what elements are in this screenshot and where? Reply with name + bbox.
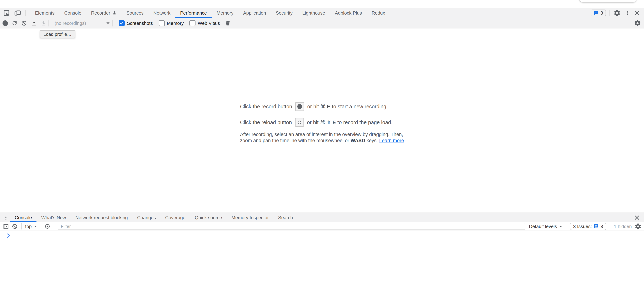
drawer-tab-whats-new[interactable]: What's New bbox=[36, 213, 70, 222]
tab-performance[interactable]: Performance bbox=[175, 8, 212, 18]
divider bbox=[25, 10, 26, 16]
recordings-select-value: (no recordings) bbox=[54, 21, 86, 26]
tab-label: Application bbox=[243, 10, 266, 16]
tab-network[interactable]: Network bbox=[148, 8, 175, 18]
hint-text: to start a new recording. bbox=[332, 104, 388, 109]
reload-icon[interactable] bbox=[12, 20, 18, 26]
reload-button[interactable] bbox=[295, 118, 304, 127]
drawer-tab-quick-source[interactable]: Quick source bbox=[190, 213, 227, 222]
tips-paragraph: After recording, select an area of inter… bbox=[240, 131, 404, 144]
inspect-icon[interactable] bbox=[3, 9, 10, 17]
drawer-tab-memory-inspector[interactable]: Memory Inspector bbox=[227, 213, 274, 222]
drawer-tab-network-request-blocking[interactable]: Network request blocking bbox=[70, 213, 132, 222]
main-tabs: Elements Console Recorder Sources Networ… bbox=[30, 8, 390, 18]
tab-label: Redux bbox=[372, 10, 385, 16]
tips-line2: zoom and pan the timeline with the mouse… bbox=[240, 137, 404, 144]
tooltip-label: Load profile… bbox=[44, 32, 72, 37]
checkbox-label: Screenshots bbox=[127, 21, 153, 26]
load-profile-tooltip: Load profile… bbox=[40, 30, 75, 38]
performance-toolbar: (no recordings) Screenshots Memory Web V… bbox=[0, 18, 644, 29]
drawer-close-icon[interactable] bbox=[634, 215, 640, 221]
e-key: E bbox=[327, 104, 330, 109]
tab-elements[interactable]: Elements bbox=[30, 8, 59, 18]
tips-text: keys. bbox=[366, 138, 378, 143]
tab-sources[interactable]: Sources bbox=[122, 8, 148, 18]
drawer-tab-search[interactable]: Search bbox=[274, 213, 298, 222]
checkbox-unchecked-icon bbox=[159, 20, 165, 26]
tab-security[interactable]: Security bbox=[271, 8, 298, 18]
issues-chip[interactable]: 3 bbox=[591, 10, 606, 16]
clear-icon[interactable] bbox=[21, 20, 27, 26]
issues-label: 3 Issues: bbox=[573, 224, 592, 229]
checkbox-unchecked-icon bbox=[190, 20, 196, 26]
record-icon[interactable] bbox=[2, 20, 8, 26]
drawer-tab-console[interactable]: Console bbox=[10, 213, 36, 222]
tab-label: Changes bbox=[137, 215, 156, 220]
eye-icon[interactable] bbox=[44, 224, 50, 229]
context-select[interactable]: top bbox=[25, 224, 37, 229]
e-key: E bbox=[332, 119, 336, 125]
tab-label: Performance bbox=[180, 10, 207, 16]
tab-label: Adblock Plus bbox=[335, 10, 362, 16]
record-button[interactable] bbox=[296, 102, 304, 111]
tab-redux[interactable]: Redux bbox=[367, 8, 390, 18]
log-levels-value: Default levels bbox=[529, 224, 557, 229]
reload-hint-text: Click the reload button bbox=[240, 119, 292, 125]
web-vitals-checkbox[interactable]: Web Vitals bbox=[190, 20, 220, 26]
filter-input[interactable] bbox=[58, 223, 525, 230]
tab-adblock-plus[interactable]: Adblock Plus bbox=[330, 8, 367, 18]
console-settings-gear-icon[interactable] bbox=[635, 223, 642, 230]
tab-label: Search bbox=[278, 215, 293, 220]
close-icon[interactable] bbox=[634, 10, 640, 16]
landing-instructions: Click the record button or hit ⌘ E to st… bbox=[240, 102, 404, 144]
divider bbox=[566, 223, 566, 229]
devtools-window: Elements Console Recorder Sources Networ… bbox=[0, 0, 644, 302]
console-issues-chip[interactable]: 3 Issues: 3 bbox=[570, 223, 606, 230]
export-icon[interactable] bbox=[40, 20, 47, 26]
kebab-menu-icon[interactable] bbox=[624, 10, 630, 16]
tab-label: Network bbox=[153, 10, 170, 16]
tab-label: Memory Inspector bbox=[232, 215, 269, 220]
browser-strip bbox=[0, 0, 644, 8]
tab-recorder[interactable]: Recorder bbox=[86, 8, 122, 18]
log-levels-select[interactable]: Default levels bbox=[529, 224, 562, 229]
drawer-kebab-menu-icon[interactable] bbox=[3, 215, 8, 221]
floating-pill bbox=[579, 0, 637, 3]
gear-icon[interactable] bbox=[634, 20, 641, 27]
reload-hint-row: Click the reload button or hit ⌘ ⇧ E to … bbox=[240, 118, 404, 127]
console-messages-area[interactable] bbox=[0, 231, 644, 302]
clear-console-icon[interactable] bbox=[12, 224, 18, 229]
device-toolbar-icon[interactable] bbox=[14, 9, 21, 17]
gear-icon[interactable] bbox=[614, 9, 621, 17]
tab-label: Memory bbox=[216, 10, 234, 16]
chevron-down-icon bbox=[34, 226, 37, 227]
screenshots-checkbox[interactable]: Screenshots bbox=[118, 20, 153, 26]
drawer-tab-coverage[interactable]: Coverage bbox=[160, 213, 190, 222]
console-sidebar-icon[interactable] bbox=[3, 223, 9, 229]
tab-application[interactable]: Application bbox=[238, 8, 271, 18]
drawer-tab-changes[interactable]: Changes bbox=[132, 213, 160, 222]
chevron-down-icon bbox=[106, 22, 110, 24]
tab-memory[interactable]: Memory bbox=[212, 8, 238, 18]
hint-text: to record the page load. bbox=[338, 119, 392, 125]
tab-lighthouse[interactable]: Lighthouse bbox=[298, 8, 330, 18]
tab-label: Lighthouse bbox=[302, 10, 325, 16]
trash-icon[interactable] bbox=[225, 20, 231, 26]
recordings-select[interactable]: (no recordings) bbox=[54, 21, 111, 26]
tips-text: zoom and pan the timeline with the mouse… bbox=[240, 138, 349, 143]
shift-key-symbol: ⇧ bbox=[327, 119, 331, 125]
import-icon[interactable] bbox=[31, 20, 37, 26]
tab-label: Recorder bbox=[91, 10, 110, 16]
chevron-down-icon bbox=[560, 226, 562, 227]
checkbox-checked-icon bbox=[118, 20, 125, 26]
drawer: Console What's New Network request block… bbox=[0, 213, 644, 302]
memory-checkbox[interactable]: Memory bbox=[159, 20, 184, 26]
tab-label: What's New bbox=[41, 215, 66, 220]
divider bbox=[610, 223, 610, 229]
issues-count: 3 bbox=[600, 11, 603, 16]
learn-more-link[interactable]: Learn more bbox=[379, 138, 404, 143]
divider bbox=[48, 20, 49, 27]
console-toolbar: top Default levels 3 Issues: 3 bbox=[0, 222, 644, 231]
performance-panel-content: Load profile… Click the record button or… bbox=[0, 29, 644, 213]
tab-console[interactable]: Console bbox=[59, 8, 86, 18]
